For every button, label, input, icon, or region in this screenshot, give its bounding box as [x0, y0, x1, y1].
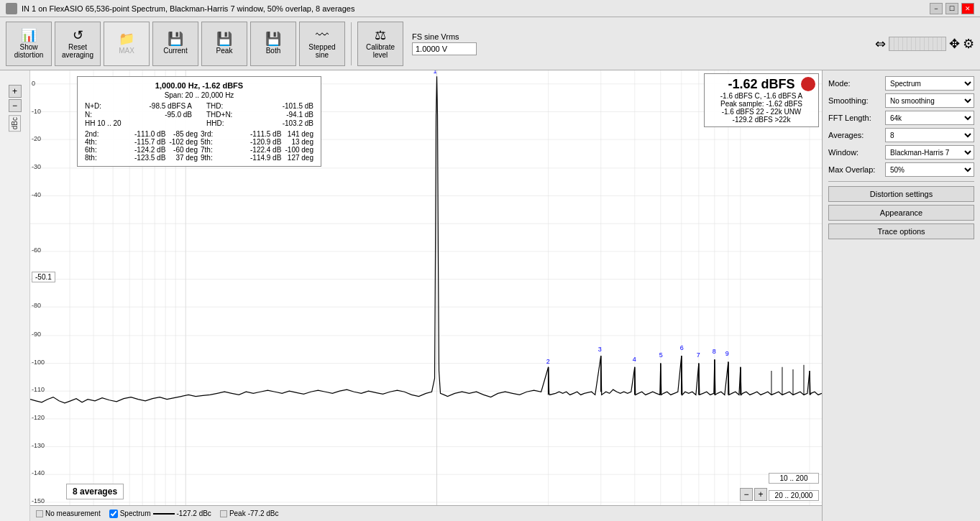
y-axis: + − dBc — [0, 70, 30, 521]
zoom-controls: − + — [740, 488, 767, 501]
title-bar: IN 1 on FlexASIO 65,536-point Spectrum, … — [0, 0, 980, 17]
left-arrow-icon[interactable]: ⇔ — [875, 36, 886, 52]
y-corner-label[interactable]: -50.1 — [32, 272, 55, 282]
svg-text:0: 0 — [32, 80, 35, 87]
peak-value: -77.2 dBc — [248, 510, 279, 517]
trace-options-button[interactable]: Trace options — [828, 223, 974, 239]
window-label: Window: — [828, 148, 882, 157]
info-grid: N+D: -98.5 dBFS A THD: -101.5 dB N: -95.… — [85, 102, 313, 127]
overlap-row: Max Overlap: 50% — [828, 162, 974, 177]
svg-text:5: 5 — [659, 351, 663, 359]
current-icon: 💾 — [168, 32, 183, 45]
reset-averaging-button[interactable]: ↺ Reset averaging — [55, 22, 101, 66]
spectrum-line-indicator — [153, 513, 175, 515]
window-title: IN 1 on FlexASIO 65,536-point Spectrum, … — [22, 4, 354, 13]
n-label: N: — [85, 111, 92, 119]
zoom-box-1[interactable]: 10 .. 200 — [769, 473, 819, 484]
distortion-icon: 📊 — [21, 29, 37, 42]
hh-label: HH 10 .. 20 — [85, 119, 122, 127]
peak-readout: -1.62 dBFS -1.6 dBFS C, -1.6 dBFS A Peak… — [704, 73, 819, 127]
svg-text:-20: -20 — [32, 135, 41, 142]
stepped-sine-icon: 〰 — [316, 29, 329, 42]
appearance-button[interactable]: Appearance — [828, 205, 974, 221]
smoothing-label: Smoothing: — [828, 96, 882, 105]
hhd-value: -103.2 dB — [283, 119, 313, 127]
info-span: Span: 20 .. 20,000 Hz — [85, 91, 313, 99]
maximize-button[interactable]: ☐ — [945, 3, 958, 14]
mode-label: Mode: — [828, 79, 882, 88]
spectrum-checkbox[interactable] — [109, 510, 118, 518]
harm-deg-7: 127 deg — [284, 154, 313, 162]
app-icon — [6, 3, 17, 14]
peak-main-value: -1.62 dBFS — [709, 77, 814, 92]
hhd-label: HHD: — [206, 119, 224, 127]
harmonics-table: 2nd:-111.0 dB-85 deg3rd:-111.5 dB141 deg… — [85, 130, 313, 162]
thd-row: THD: -101.5 dB — [206, 102, 313, 110]
both-button[interactable]: 💾 Both — [250, 22, 296, 66]
svg-text:-110: -110 — [32, 386, 45, 393]
move-icon[interactable]: ✥ — [949, 36, 960, 52]
harm-db-5: -122.4 dB — [242, 146, 281, 154]
fft-label: FFT Length: — [828, 114, 882, 122]
harm-db-1: -111.5 dB — [242, 130, 281, 138]
harm-order-5: 7th: — [201, 146, 239, 154]
nd-label: N+D: — [85, 102, 101, 110]
record-button[interactable] — [801, 77, 815, 91]
zoom-box-2[interactable]: 20 .. 20,000 — [769, 490, 819, 501]
smoothing-select[interactable]: No smoothing — [885, 93, 974, 108]
overlap-select[interactable]: 50% — [885, 162, 974, 177]
current-button[interactable]: 💾 Current — [152, 22, 198, 66]
show-distortion-button[interactable]: 📊 Show distortion — [6, 22, 52, 66]
zoom-in-button[interactable]: + — [754, 488, 767, 501]
peak-button[interactable]: 💾 Peak — [201, 22, 247, 66]
svg-text:9: 9 — [725, 350, 729, 357]
nd-value: -98.5 dBFS A — [150, 102, 192, 110]
averages-select[interactable]: 8 — [885, 128, 974, 142]
minimize-button[interactable]: − — [930, 3, 943, 14]
window-select[interactable]: Blackman-Harris 7 — [885, 145, 974, 160]
harm-db-4: -124.2 dB — [127, 146, 165, 154]
max-button[interactable]: 📁 MAX — [104, 22, 150, 66]
calibrate-level-button[interactable]: ⚖ Calibrate level — [357, 22, 403, 66]
svg-text:3: 3 — [598, 346, 602, 353]
svg-text:7: 7 — [697, 351, 700, 359]
averages-label: Averages: — [828, 131, 882, 139]
mode-select[interactable]: Spectrum — [885, 76, 974, 91]
toolbar-right-icons: ⇔ ✥ ⚙ — [875, 36, 974, 52]
peak-icon: 💾 — [216, 32, 232, 45]
stepped-sine-button[interactable]: 〰 Stepped sine — [299, 22, 345, 66]
fs-sine-label: FS sine Vrms — [412, 32, 459, 41]
svg-text:1: 1 — [434, 70, 437, 75]
zoom-out-button[interactable]: − — [740, 488, 753, 501]
settings-icon[interactable]: ⚙ — [963, 36, 974, 52]
averages-row: Averages: 8 — [828, 128, 974, 142]
peak-checkbox[interactable] — [220, 510, 227, 517]
harm-db-7: -114.9 dB — [242, 154, 281, 162]
no-measurement-checkbox[interactable] — [36, 510, 43, 517]
toolbar-separator — [351, 22, 352, 65]
fft-select[interactable]: 64k — [885, 111, 974, 125]
nd-row: N+D: -98.5 dBFS A — [85, 102, 192, 110]
info-box: 1,000.00 Hz, -1.62 dBFS Span: 20 .. 20,0… — [77, 76, 321, 167]
reset-icon: ↺ — [73, 29, 83, 42]
y-controls: + − — [9, 85, 22, 112]
distortion-settings-button[interactable]: Distortion settings — [828, 186, 974, 202]
no-measurement-label: No measurement — [45, 510, 101, 517]
peak-label: Peak — [229, 510, 246, 517]
n-value: -95.0 dB — [165, 111, 192, 119]
right-panel: Mode: Spectrum Smoothing: No smoothing F… — [822, 70, 980, 521]
calibration-input[interactable] — [412, 42, 477, 55]
y-zoom-out-button[interactable]: − — [9, 99, 22, 112]
window-controls: − ☐ ✕ — [930, 3, 974, 14]
peak-line1: -1.6 dBFS C, -1.6 dBFS A — [709, 92, 814, 100]
peak-line4: -129.2 dBFS >22k — [709, 116, 814, 124]
y-zoom-in-button[interactable]: + — [9, 85, 22, 98]
harm-order-0: 2nd: — [85, 130, 124, 138]
spectrum-value: -127.2 dBc — [177, 510, 211, 517]
thd-value: -101.5 dB — [283, 102, 313, 110]
peak-area: Peak -77.2 dBc — [220, 510, 279, 517]
y-unit-label[interactable]: dBc — [9, 115, 21, 132]
close-button[interactable]: ✕ — [961, 3, 974, 14]
svg-text:-130: -130 — [32, 441, 45, 448]
harm-deg-5: -100 deg — [284, 146, 313, 154]
